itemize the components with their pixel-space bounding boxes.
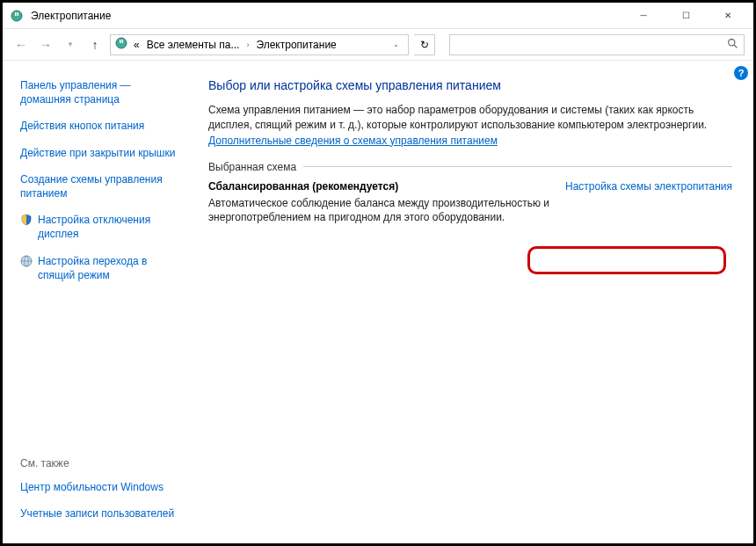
svg-rect-1 — [15, 12, 17, 16]
power-plan-row: Сбалансированная (рекомендуется) Автомат… — [208, 180, 732, 226]
svg-point-3 — [116, 38, 127, 48]
sidebar-power-buttons-link[interactable]: Действия кнопок питания — [20, 119, 177, 133]
svg-rect-2 — [18, 12, 19, 16]
breadcrumb[interactable]: « Все элементы па... › Электропитание ⌄ — [110, 34, 409, 55]
sidebar-sleep-mode-link[interactable]: Настройка перехода в спящий режим — [38, 254, 177, 282]
breadcrumb-icon — [114, 36, 128, 53]
window-controls: ─ ☐ ✕ — [630, 7, 741, 25]
svg-line-7 — [734, 45, 737, 47]
svg-point-0 — [11, 11, 22, 21]
breadcrumb-part1[interactable]: Все элементы па... — [145, 39, 242, 51]
breadcrumb-dropdown-icon[interactable]: ⌄ — [393, 40, 404, 48]
chevron-right-icon: › — [246, 40, 249, 49]
sidebar-display-off-link[interactable]: Настройка отключения дисплея — [38, 213, 177, 241]
sidebar-user-accounts-link[interactable]: Учетные записи пользователей — [20, 506, 177, 521]
svg-rect-4 — [120, 40, 121, 43]
search-icon — [727, 38, 738, 52]
plan-description: Автоматическое соблюдение баланса между … — [208, 196, 556, 226]
back-button[interactable]: ← — [11, 35, 31, 55]
titlebar: Электропитание ─ ☐ ✕ — [3, 3, 753, 29]
content-area: Панель управления — домашняя страница Де… — [3, 61, 753, 543]
search-input[interactable] — [449, 34, 745, 55]
history-dropdown[interactable]: ▼ — [61, 35, 80, 55]
window-title: Электропитание — [31, 10, 630, 22]
sidebar-create-plan-link[interactable]: Создание схемы управления питанием — [20, 172, 177, 200]
sidebar: Панель управления — домашняя страница Де… — [3, 61, 187, 543]
more-info-link[interactable]: Дополнительные сведения о схемах управле… — [208, 135, 498, 147]
close-button[interactable]: ✕ — [715, 7, 741, 25]
svg-rect-5 — [122, 40, 124, 43]
page-description: Схема управления питанием — это набор па… — [208, 103, 732, 133]
sidebar-lid-close-link[interactable]: Действие при закрытии крышки — [20, 146, 177, 160]
sidebar-home-link[interactable]: Панель управления — домашняя страница — [20, 78, 177, 106]
maximize-button[interactable]: ☐ — [672, 7, 699, 25]
selected-scheme-text: Выбранная схема — [208, 161, 296, 173]
plan-name: Сбалансированная (рекомендуется) — [208, 180, 556, 193]
up-button[interactable]: ↑ — [85, 35, 105, 55]
forward-button[interactable]: → — [36, 35, 55, 55]
svg-point-6 — [729, 39, 735, 45]
divider — [303, 166, 732, 167]
plan-settings-link[interactable]: Настройка схемы электропитания — [565, 180, 732, 193]
globe-icon — [20, 255, 33, 267]
refresh-button[interactable]: ↻ — [414, 34, 435, 55]
sidebar-mobility-center-link[interactable]: Центр мобильности Windows — [20, 480, 177, 494]
main-panel: ? Выбор или настройка схемы управления п… — [187, 61, 753, 543]
help-icon[interactable]: ? — [734, 66, 748, 80]
power-plug-icon — [10, 9, 24, 23]
breadcrumb-prefix[interactable]: « — [132, 39, 142, 51]
see-also-label: См. также — [20, 457, 177, 470]
breadcrumb-part2[interactable]: Электропитание — [254, 39, 338, 51]
shield-icon — [20, 214, 33, 226]
minimize-button[interactable]: ─ — [630, 7, 657, 25]
selected-scheme-label: Выбранная схема — [208, 161, 732, 173]
navbar: ← → ▼ ↑ « Все элементы па... › Электропи… — [3, 29, 753, 61]
page-heading: Выбор или настройка схемы управления пит… — [208, 78, 732, 92]
